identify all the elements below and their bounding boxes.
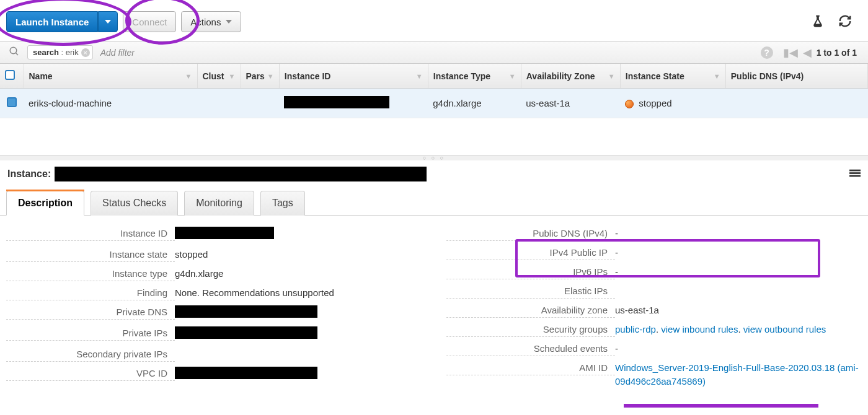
col-name[interactable]: Name▼: [24, 64, 197, 89]
val-private-dns: [175, 305, 422, 321]
lbl-ipv6: IPv6 IPs: [446, 265, 615, 279]
pager: ▮◀ ◀ 1 to 1 of 1: [778, 46, 862, 59]
svg-point-0: [10, 47, 17, 54]
col-az[interactable]: Availability Zone▼: [521, 64, 620, 89]
lbl-private-dns: Private DNS: [6, 305, 175, 320]
top-right-icons: [811, 14, 862, 30]
actions-label: Actions: [190, 17, 221, 27]
launch-instance-button[interactable]: Launch Instance: [6, 11, 98, 32]
val-scheduled-events: -: [615, 342, 862, 356]
caret-down-icon: [105, 20, 111, 24]
action-bar: Launch Instance Connect Actions: [0, 0, 868, 42]
svg-rect-4: [849, 175, 861, 177]
lbl-secondary-ips: Secondary private IPs: [6, 347, 175, 362]
cell-instance-type: g4dn.xlarge: [428, 89, 521, 118]
panel-size-icon[interactable]: [849, 169, 861, 180]
add-filter-input[interactable]: Add filter: [98, 48, 756, 58]
actions-button[interactable]: Actions: [181, 11, 241, 32]
lbl-elastic-ips: Elastic IPs: [446, 284, 615, 299]
lbl-public-ip: IPv4 Public IP: [446, 246, 615, 260]
val-security-groups: public-rdp. view inbound rules. view out…: [615, 323, 862, 336]
details-right-col: Public DNS (IPv4)- IPv4 Public IP- IPv6 …: [446, 227, 862, 393]
pager-first-icon[interactable]: ▮◀: [783, 46, 798, 59]
lbl-finding: Finding: [6, 286, 175, 300]
filter-bar: search : erik × Add filter ? ▮◀ ◀ 1 to 1…: [0, 42, 868, 64]
lbl-private-ips: Private IPs: [6, 326, 175, 341]
lbl-public-dns: Public DNS (IPv4): [446, 227, 615, 241]
detail-header-value: [55, 167, 427, 181]
launch-instance-dropdown[interactable]: [98, 11, 118, 32]
select-all-checkbox[interactable]: [5, 70, 15, 80]
tab-status-checks[interactable]: Status Checks: [91, 191, 178, 216]
link-security-group[interactable]: public-rdp: [615, 324, 656, 334]
cell-pdns: [725, 89, 867, 118]
val-private-ips: [175, 326, 422, 343]
col-pars[interactable]: Pars▼: [241, 64, 279, 89]
detail-header-label: Instance:: [7, 168, 51, 180]
val-public-ip: -: [615, 246, 862, 260]
val-instance-type: g4dn.xlarge: [175, 267, 422, 281]
lbl-vpc-id: VPC ID: [6, 367, 175, 381]
lbl-az: Availability zone: [446, 304, 615, 318]
search-icon[interactable]: [6, 46, 22, 59]
pane-splitter[interactable]: ○ ○ ○: [0, 155, 868, 160]
col-instance-id[interactable]: Instance ID▼: [279, 64, 428, 89]
table-row[interactable]: eriks-cloud-machine g4dn.xlarge us-east-…: [0, 89, 868, 118]
val-vpc-id: [175, 367, 422, 383]
val-instance-id: [175, 227, 422, 243]
row-checkbox[interactable]: [7, 97, 17, 107]
cell-cluster: [197, 89, 241, 118]
col-instance-type[interactable]: Instance Type▼: [428, 64, 521, 89]
svg-rect-2: [849, 169, 861, 171]
cell-name: eriks-cloud-machine: [24, 89, 197, 118]
details-left-col: Instance ID Instance statestopped Instan…: [6, 227, 422, 393]
tab-description[interactable]: Description: [6, 191, 84, 216]
lbl-ami-id: AMI ID: [446, 361, 615, 375]
cell-instance-id: [279, 89, 428, 118]
val-ipv6: -: [615, 265, 862, 279]
caret-down-icon: [226, 20, 232, 24]
col-state[interactable]: Instance State▼: [620, 64, 725, 89]
col-cluster[interactable]: Clust▼: [197, 64, 241, 89]
col-pdns[interactable]: Public DNS (IPv4): [725, 64, 867, 89]
details-panel: Instance ID Instance statestopped Instan…: [0, 216, 868, 393]
detail-tabs: Description Status Checks Monitoring Tag…: [0, 184, 868, 216]
lbl-instance-state: Instance state: [6, 248, 175, 262]
connect-label: Connect: [132, 17, 167, 27]
state-dot-icon: [625, 100, 634, 108]
chip-key: search: [33, 48, 59, 57]
help-icon[interactable]: ?: [761, 46, 773, 59]
lbl-instance-type: Instance type: [6, 267, 175, 281]
cell-state: stopped: [620, 89, 725, 118]
link-outbound-rules[interactable]: view outbound rules: [743, 324, 826, 334]
detail-header: Instance:: [0, 160, 868, 184]
tab-tags[interactable]: Tags: [260, 191, 305, 216]
cell-az: us-east-1a: [521, 89, 620, 118]
annotation-underline-ami: [624, 404, 818, 408]
pager-text: 1 to 1 of 1: [817, 48, 857, 58]
tab-monitoring[interactable]: Monitoring: [184, 191, 254, 216]
pager-prev-icon[interactable]: ◀: [803, 46, 812, 59]
flask-icon[interactable]: [811, 14, 825, 30]
link-ami-id[interactable]: Windows_Server-2019-English-Full-Base-20…: [615, 362, 859, 387]
filter-chip[interactable]: search : erik ×: [27, 45, 93, 59]
chip-remove-icon[interactable]: ×: [81, 48, 90, 57]
val-az: us-east-1a: [615, 304, 862, 317]
table-header-row: Name▼ Clust▼ Pars▼ Instance ID▼ Instance…: [0, 64, 868, 89]
val-instance-state: stopped: [175, 248, 422, 261]
val-public-dns: -: [615, 227, 862, 240]
connect-button[interactable]: Connect: [123, 11, 176, 32]
launch-instance-label: Launch Instance: [16, 17, 89, 27]
link-inbound-rules[interactable]: view inbound rules: [661, 324, 738, 334]
cell-pars: [241, 89, 279, 118]
lbl-security-groups: Security groups: [446, 323, 615, 337]
launch-instance-group: Launch Instance: [6, 11, 118, 32]
refresh-icon[interactable]: [838, 14, 852, 30]
lbl-scheduled-events: Scheduled events: [446, 342, 615, 356]
val-ami-id: Windows_Server-2019-English-Full-Base-20…: [615, 361, 862, 388]
lbl-instance-id: Instance ID: [6, 227, 175, 241]
val-finding: None. Recommendations unsupported: [175, 286, 422, 300]
instances-table: Name▼ Clust▼ Pars▼ Instance ID▼ Instance…: [0, 64, 868, 118]
svg-line-1: [16, 53, 18, 55]
chip-value: erik: [66, 48, 79, 57]
